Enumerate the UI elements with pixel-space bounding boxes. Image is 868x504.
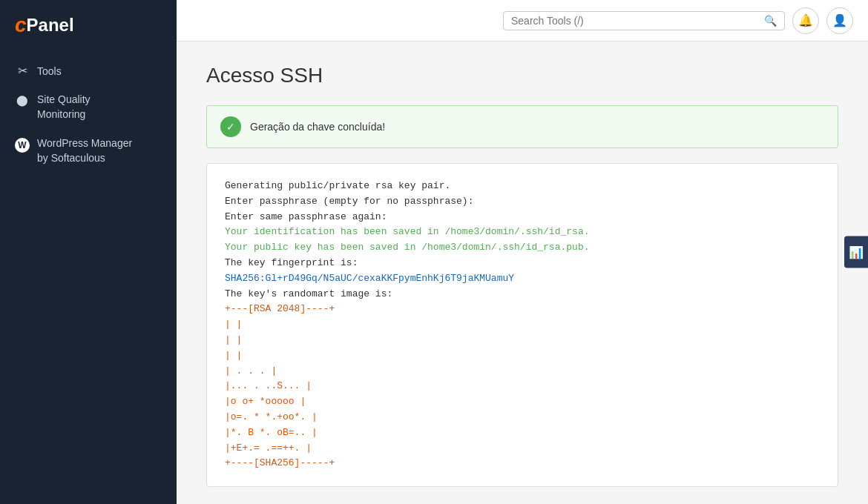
feedback-icon: 📊 <box>849 245 864 259</box>
terminal-line: | | <box>225 333 820 348</box>
terminal-line: | | <box>225 348 820 364</box>
terminal-line: | | <box>225 317 820 333</box>
terminal-line: The key's randomart image is: <box>225 287 820 302</box>
site-quality-icon: ⬤ <box>15 94 30 106</box>
sidebar-item-tools[interactable]: ✂ Tools <box>0 56 177 85</box>
terminal-line: |... . ..S... | <box>225 379 820 394</box>
tools-icon: ✂ <box>15 64 30 78</box>
terminal-line: SHA256:Gl+rD49Gq/N5aUC/cexaKKFpymEnhKj6T… <box>225 271 820 287</box>
logo-panel: Panel <box>27 15 74 36</box>
logo-c: c <box>15 13 27 37</box>
sidebar-item-sqm-label: Site Quality Monitoring <box>37 93 91 122</box>
sidebar-nav: ✂ Tools ⬤ Site Quality Monitoring W Word… <box>0 47 177 182</box>
feedback-tab[interactable]: 📊 <box>844 236 868 268</box>
cpanel-logo: cPanel <box>0 0 177 47</box>
user-button[interactable]: 👤 <box>826 7 853 34</box>
sidebar: cPanel ✂ Tools ⬤ Site Quality Monitoring… <box>0 0 177 504</box>
terminal-line: |*. B *. oB=.. | <box>225 425 820 441</box>
terminal-line: |o o+ *ooooo | <box>225 394 820 410</box>
terminal-line: The key fingerprint is: <box>225 256 820 271</box>
main-area: 🔍 🔔 👤 Acesso SSH ✓ Geração da chave conc… <box>177 0 868 504</box>
search-input[interactable] <box>511 15 764 27</box>
terminal-line: | . . . | <box>225 364 820 379</box>
sidebar-item-site-quality[interactable]: ⬤ Site Quality Monitoring <box>0 85 177 129</box>
sidebar-item-wp-label: WordPress Manager by Softaculous <box>37 136 132 165</box>
sqm-label-line1: Site Quality <box>37 93 91 105</box>
sidebar-item-tools-label: Tools <box>37 65 62 77</box>
terminal-line: Your identification has been saved in /h… <box>225 225 820 240</box>
header: 🔍 🔔 👤 <box>177 0 868 42</box>
terminal-line: |o=. * *.+oo*. | <box>225 410 820 425</box>
search-icon: 🔍 <box>764 15 777 27</box>
sidebar-item-wordpress[interactable]: W WordPress Manager by Softaculous <box>0 129 177 173</box>
terminal-output: Generating public/private rsa key pair.E… <box>206 163 838 487</box>
terminal-line: Enter same passphrase again: <box>225 210 820 225</box>
terminal-line: Enter passphrase (empty for no passphras… <box>225 194 820 210</box>
search-box-container[interactable]: 🔍 <box>503 11 785 30</box>
wordpress-icon: W <box>15 138 30 153</box>
bell-icon: 🔔 <box>798 13 813 27</box>
content-area: Acesso SSH ✓ Geração da chave concluída!… <box>177 42 868 504</box>
terminal-line: |+E+.= .==++. | <box>225 441 820 457</box>
wp-label-line2: by Softaculous <box>37 152 105 164</box>
terminal-line: +----[SHA256]-----+ <box>225 456 820 471</box>
wp-label-line1: WordPress Manager <box>37 137 132 149</box>
success-icon: ✓ <box>220 116 241 137</box>
terminal-line: +---[RSA 2048]----+ <box>225 302 820 317</box>
terminal-line: Generating public/private rsa key pair. <box>225 179 820 194</box>
page-title: Acesso SSH <box>206 64 838 87</box>
notifications-button[interactable]: 🔔 <box>792 7 819 34</box>
sqm-label-line2: Monitoring <box>37 108 85 120</box>
terminal-line: Your public key has been saved in /home3… <box>225 240 820 256</box>
user-icon: 👤 <box>832 13 847 27</box>
success-message: Geração da chave concluída! <box>250 121 385 133</box>
success-banner: ✓ Geração da chave concluída! <box>206 105 838 148</box>
